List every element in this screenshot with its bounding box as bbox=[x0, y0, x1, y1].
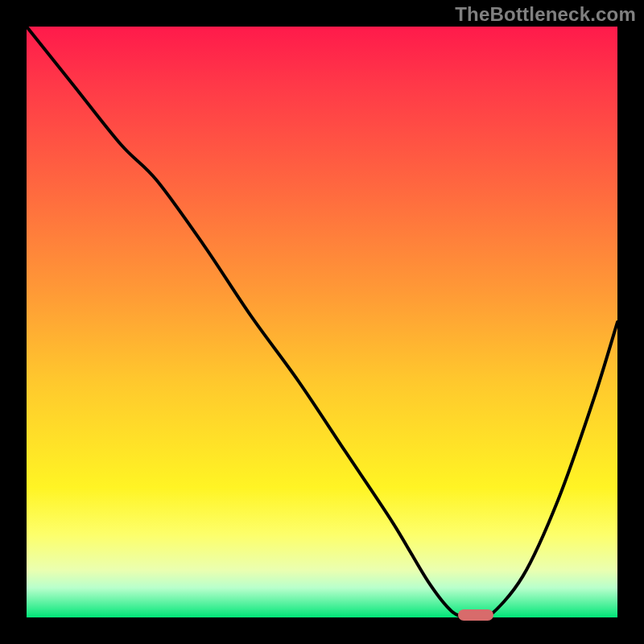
optimal-marker bbox=[458, 609, 493, 621]
bottleneck-line bbox=[27, 27, 617, 617]
chart-frame: TheBottleneck.com bbox=[0, 0, 644, 644]
plot-area bbox=[27, 27, 617, 617]
watermark-label: TheBottleneck.com bbox=[455, 3, 636, 26]
